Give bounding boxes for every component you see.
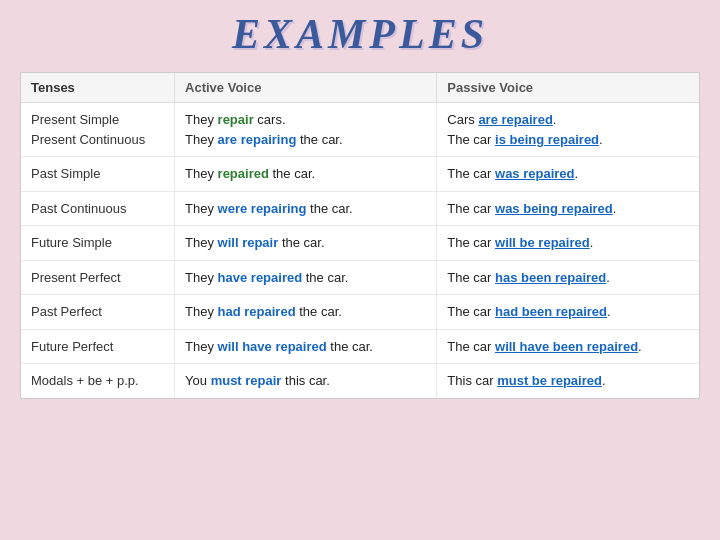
active-cell: They had repaired the car. <box>175 295 437 330</box>
active-cell: They will repair the car. <box>175 226 437 261</box>
table-row: Past SimpleThey repaired the car.The car… <box>21 157 699 192</box>
col-header-passive: Passive Voice <box>437 73 699 103</box>
table-row: Future PerfectThey will have repaired th… <box>21 329 699 364</box>
passive-cell: The car has been repaired. <box>437 260 699 295</box>
tense-cell: Future Perfect <box>21 329 175 364</box>
examples-table-container: Tenses Active Voice Passive Voice Presen… <box>20 72 700 399</box>
tense-cell: Past Perfect <box>21 295 175 330</box>
table-row: Present SimplePresent ContinuousThey rep… <box>21 103 699 157</box>
active-cell: They repaired the car. <box>175 157 437 192</box>
active-cell: They were repairing the car. <box>175 191 437 226</box>
table-row: Past ContinuousThey were repairing the c… <box>21 191 699 226</box>
table-row: Future SimpleThey will repair the car.Th… <box>21 226 699 261</box>
tense-cell: Present SimplePresent Continuous <box>21 103 175 157</box>
active-cell: You must repair this car. <box>175 364 437 398</box>
tense-cell: Modals + be + p.p. <box>21 364 175 398</box>
page-title: Examples <box>232 10 488 58</box>
passive-cell: The car will have been repaired. <box>437 329 699 364</box>
table-row: Present PerfectThey have repaired the ca… <box>21 260 699 295</box>
examples-table: Tenses Active Voice Passive Voice Presen… <box>21 73 699 398</box>
table-header-row: Tenses Active Voice Passive Voice <box>21 73 699 103</box>
table-row: Modals + be + p.p.You must repair this c… <box>21 364 699 398</box>
active-cell: They will have repaired the car. <box>175 329 437 364</box>
active-cell: They repair cars.They are repairing the … <box>175 103 437 157</box>
tense-cell: Future Simple <box>21 226 175 261</box>
passive-cell: The car was being repaired. <box>437 191 699 226</box>
col-header-active: Active Voice <box>175 73 437 103</box>
col-header-tenses: Tenses <box>21 73 175 103</box>
active-cell: They have repaired the car. <box>175 260 437 295</box>
passive-cell: Cars are repaired.The car is being repai… <box>437 103 699 157</box>
tense-cell: Past Simple <box>21 157 175 192</box>
table-row: Past PerfectThey had repaired the car.Th… <box>21 295 699 330</box>
passive-cell: The car will be repaired. <box>437 226 699 261</box>
passive-cell: This car must be repaired. <box>437 364 699 398</box>
tense-cell: Past Continuous <box>21 191 175 226</box>
tense-cell: Present Perfect <box>21 260 175 295</box>
passive-cell: The car had been repaired. <box>437 295 699 330</box>
passive-cell: The car was repaired. <box>437 157 699 192</box>
